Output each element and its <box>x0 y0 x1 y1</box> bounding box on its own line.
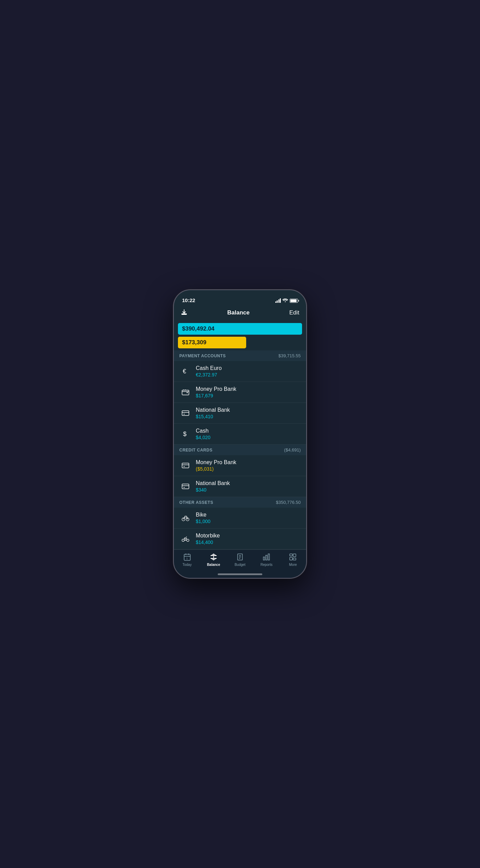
account-info-national-bank-payment: National Bank $15,410 <box>196 407 301 419</box>
svg-rect-2 <box>182 390 189 395</box>
battery-icon <box>290 299 298 303</box>
balance-section: $390,492.04 $173,309 <box>174 320 306 350</box>
svg-rect-45 <box>290 554 292 556</box>
card-icon-1 <box>179 407 192 419</box>
balance-tab-icon <box>209 553 218 561</box>
account-row-cash[interactable]: $ Cash $4,020 <box>174 424 306 445</box>
motorbike-icon <box>179 533 192 545</box>
account-row-national-bank-credit[interactable]: National Bank $340 <box>174 476 306 497</box>
account-info-bike: Bike $1,000 <box>196 512 301 524</box>
tab-reports[interactable]: Reports <box>253 553 280 567</box>
reports-tab-icon <box>262 553 271 561</box>
today-tab-icon: 1 <box>183 553 192 561</box>
reports-tab-label: Reports <box>261 563 273 567</box>
svg-rect-46 <box>290 557 292 560</box>
svg-rect-10 <box>182 484 189 489</box>
payment-accounts-total: $39,715.55 <box>278 353 301 358</box>
today-tab-label: Today <box>182 563 192 567</box>
page-title: Balance <box>227 309 250 316</box>
svg-rect-7 <box>182 463 189 468</box>
budget-tab-icon <box>236 553 244 561</box>
accounts-scroll[interactable]: PAYMENT ACCOUNTS $39,715.55 € Cash Euro … <box>174 350 306 549</box>
account-row-motorbike[interactable]: Motorbike $14,400 <box>174 529 306 549</box>
euro-icon: € <box>179 365 192 377</box>
status-icons <box>275 298 298 303</box>
tab-budget[interactable]: Budget <box>227 553 253 567</box>
account-info-money-pro-credit: Money Pro Bank ($5,031) <box>196 459 301 472</box>
edit-button[interactable]: Edit <box>289 309 299 316</box>
payment-accounts-header: PAYMENT ACCOUNTS $39,715.55 <box>174 350 306 361</box>
account-info-cash: Cash $4,020 <box>196 428 301 440</box>
account-info-money-pro-payment: Money Pro Bank $17,679 <box>196 386 301 398</box>
other-assets-header: OTHER ASSETS $350,776.50 <box>174 497 306 508</box>
svg-rect-0 <box>182 314 187 314</box>
other-assets-label: OTHER ASSETS <box>179 500 213 505</box>
bike-icon <box>179 512 192 524</box>
account-info-cash-euro: Cash Euro €2,372.97 <box>196 365 301 377</box>
account-row-cash-euro[interactable]: € Cash Euro €2,372.97 <box>174 361 306 382</box>
download-button[interactable] <box>181 309 188 317</box>
payment-accounts-label: PAYMENT ACCOUNTS <box>179 354 226 358</box>
total-balance-yellow[interactable]: $173,309 <box>178 337 246 348</box>
page-header: Balance Edit <box>174 305 306 320</box>
tab-balance[interactable]: Balance <box>200 553 227 567</box>
svg-rect-3 <box>182 411 189 416</box>
svg-text:1: 1 <box>186 557 188 560</box>
dollar-icon: $ <box>179 428 192 440</box>
svg-rect-42 <box>263 557 265 560</box>
card-icon-3 <box>179 480 192 493</box>
wallet-icon <box>179 386 192 398</box>
svg-rect-43 <box>266 555 267 560</box>
signal-bars <box>275 298 281 303</box>
account-info-national-bank-credit: National Bank $340 <box>196 480 301 493</box>
svg-text:€: € <box>183 368 186 375</box>
balance-tab-label: Balance <box>207 563 220 567</box>
svg-rect-48 <box>293 558 296 560</box>
account-row-money-pro-credit[interactable]: Money Pro Bank ($5,031) <box>174 455 306 476</box>
other-assets-total: $350,776.50 <box>276 500 301 505</box>
home-indicator <box>218 573 262 575</box>
wifi-icon <box>283 298 288 303</box>
total-balance-cyan[interactable]: $390,492.04 <box>178 323 302 335</box>
status-time: 10:22 <box>182 297 195 303</box>
credit-cards-header: CREDIT CARDS ($4,691) <box>174 445 306 455</box>
svg-text:$: $ <box>183 431 187 437</box>
svg-rect-47 <box>293 554 296 557</box>
svg-rect-44 <box>268 554 269 560</box>
credit-cards-label: CREDIT CARDS <box>179 448 213 452</box>
account-row-money-pro-bank-payment[interactable]: Money Pro Bank $17,679 <box>174 382 306 403</box>
account-row-bike[interactable]: Bike $1,000 <box>174 508 306 529</box>
card-icon-2 <box>179 459 192 472</box>
tab-today[interactable]: 1 Today <box>174 553 200 567</box>
budget-tab-label: Budget <box>235 563 245 567</box>
tab-more[interactable]: More <box>280 553 306 567</box>
credit-cards-total: ($4,691) <box>284 447 301 452</box>
more-tab-label: More <box>289 563 297 567</box>
account-info-motorbike: Motorbike $14,400 <box>196 533 301 545</box>
more-tab-icon <box>288 553 297 561</box>
svg-point-15 <box>182 539 184 542</box>
account-row-national-bank-payment[interactable]: National Bank $15,410 <box>174 403 306 424</box>
